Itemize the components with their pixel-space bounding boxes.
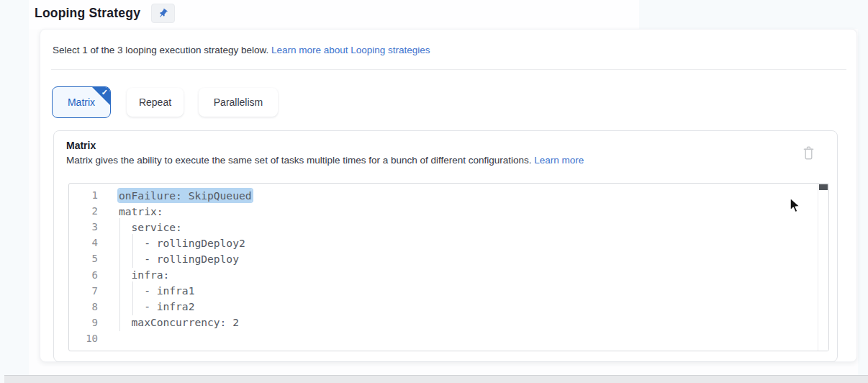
code-lines: 1onFailure: SkipQueued2matrix:3 service:… xyxy=(69,187,817,346)
matrix-panel: Matrix Matrix gives the ability to execu… xyxy=(53,130,838,362)
tab-label: Repeat xyxy=(139,96,171,108)
strategy-card: Select 1 of the 3 looping execution stra… xyxy=(40,29,857,362)
code-text: - rollingDeploy2 xyxy=(119,237,245,249)
code-line[interactable]: 10 xyxy=(69,330,817,346)
learn-more-strategies-link[interactable]: Learn more about Looping strategies xyxy=(271,45,430,55)
header: Looping Strategy xyxy=(35,4,175,23)
indent-guide xyxy=(132,250,133,268)
code-text: onFailure: SkipQueued xyxy=(119,189,252,202)
code-text: - infra1 xyxy=(119,284,194,297)
code-line[interactable]: 1onFailure: SkipQueued xyxy=(69,187,817,203)
selected-code: onFailure: SkipQueued xyxy=(119,189,252,202)
indent-guide xyxy=(132,297,133,315)
code-line[interactable]: 2matrix: xyxy=(69,203,817,219)
indent-guide xyxy=(119,313,120,331)
tab-label: Matrix xyxy=(68,96,95,108)
code-line[interactable]: 4 - rollingDeploy2 xyxy=(69,235,817,251)
code-line[interactable]: 7 - infra1 xyxy=(69,283,817,299)
tab-label: Parallelism xyxy=(214,96,263,108)
editor-scrollbar[interactable] xyxy=(818,184,828,351)
pin-icon xyxy=(158,8,168,19)
yaml-editor[interactable]: 1onFailure: SkipQueued2matrix:3 service:… xyxy=(68,183,829,351)
line-number: 3 xyxy=(69,221,98,233)
code-text: maxConcurrency: 2 xyxy=(119,316,239,328)
code-text: - rollingDeploy xyxy=(119,253,239,265)
bottom-bar xyxy=(4,375,868,383)
trash-icon xyxy=(802,145,815,161)
code-text: - infra2 xyxy=(119,300,194,312)
scrollbar-thumb[interactable] xyxy=(819,184,828,190)
line-number: 9 xyxy=(69,317,98,328)
line-number: 2 xyxy=(69,205,98,217)
pin-button[interactable] xyxy=(151,4,175,23)
code-text: matrix: xyxy=(119,205,163,217)
mouse-cursor xyxy=(789,197,803,217)
panel-description: Matrix gives the ability to execute the … xyxy=(66,155,584,166)
code-line[interactable]: 6 infra: xyxy=(69,266,817,282)
line-number: 8 xyxy=(69,301,98,312)
panel-title: Matrix xyxy=(66,140,96,151)
check-icon: ✓ xyxy=(101,88,108,97)
code-line[interactable]: 5 - rollingDeploy xyxy=(69,251,817,266)
page-title: Looping Strategy xyxy=(35,6,140,21)
line-number: 10 xyxy=(69,333,98,344)
tab-repeat[interactable]: Repeat xyxy=(127,88,184,117)
learn-more-link[interactable]: Learn more xyxy=(534,155,584,166)
line-number: 6 xyxy=(69,269,98,281)
looping-strategy-panel: Looping Strategy Select 1 of the 3 loopi… xyxy=(0,0,868,383)
tab-parallelism[interactable]: Parallelism xyxy=(199,88,278,117)
code-text: infra: xyxy=(119,269,169,281)
line-number: 4 xyxy=(69,237,98,248)
code-line[interactable]: 8 - infra2 xyxy=(69,299,817,315)
tab-matrix[interactable]: Matrix✓ xyxy=(52,86,111,118)
code-line[interactable]: 3 service: xyxy=(69,219,817,235)
panel-description-text: Matrix gives the ability to execute the … xyxy=(66,155,534,166)
delete-strategy-button[interactable] xyxy=(802,145,815,161)
code-text: service: xyxy=(119,221,182,233)
code-line[interactable]: 9 maxConcurrency: 2 xyxy=(69,315,817,330)
intro-text: Select 1 of the 3 looping execution stra… xyxy=(53,45,430,55)
divider xyxy=(51,69,846,70)
line-number: 5 xyxy=(69,253,98,264)
line-number: 7 xyxy=(69,285,98,297)
intro-sentence: Select 1 of the 3 looping execution stra… xyxy=(53,45,271,55)
line-number: 1 xyxy=(69,189,98,201)
